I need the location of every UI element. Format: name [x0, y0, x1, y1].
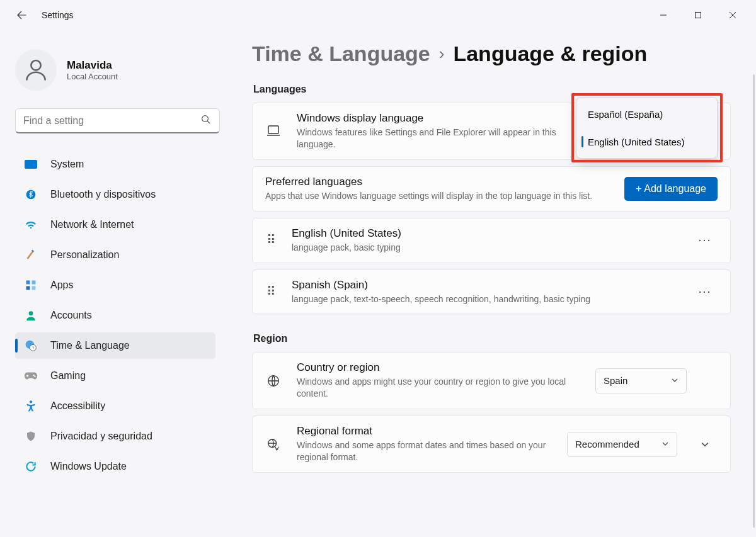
svg-point-17	[30, 400, 32, 403]
nav-privacy[interactable]: Privacidad y seguridad	[15, 423, 215, 449]
svg-point-16	[34, 376, 35, 377]
display-language-card: Windows display language Windows feature…	[252, 103, 731, 160]
globe-clock-icon	[24, 339, 38, 353]
gamepad-icon	[24, 369, 38, 383]
svg-rect-10	[26, 286, 30, 290]
nav-label: Gaming	[50, 370, 86, 382]
regional-format-value: Recommended	[575, 439, 639, 449]
svg-rect-8	[26, 281, 30, 285]
nav-label: Bluetooth y dispositivos	[50, 189, 156, 200]
country-title: Country or region	[297, 361, 580, 374]
more-options-button[interactable]: ···	[692, 280, 718, 305]
add-language-label: Add language	[644, 183, 706, 194]
nav-accounts[interactable]: Accounts	[15, 302, 215, 329]
nav-network[interactable]: Network & Internet	[15, 212, 215, 238]
preferred-languages-sub: Apps that use Windows language settings …	[265, 190, 605, 202]
accounts-icon	[24, 308, 38, 322]
breadcrumb-parent[interactable]: Time & Language	[252, 42, 430, 66]
expand-button[interactable]	[692, 432, 718, 457]
display-language-dropdown[interactable]: Español (España) English (United States)	[576, 97, 718, 159]
nav-label: Windows Update	[50, 461, 127, 472]
language-option-espanol[interactable]: Español (España)	[579, 100, 714, 128]
page-title: Language & region	[453, 42, 647, 66]
svg-point-12	[29, 311, 33, 315]
chevron-right-icon: ›	[439, 44, 445, 64]
preferred-languages-card: Preferred languages Apps that use Window…	[252, 166, 731, 212]
language-detail: language pack, basic typing	[292, 242, 677, 254]
back-button[interactable]	[15, 9, 28, 21]
nav-label: Accessibility	[50, 400, 105, 412]
scrollbar[interactable]	[753, 74, 755, 528]
drag-handle-icon[interactable]: ⠿	[265, 290, 277, 294]
nav-label: Apps	[50, 280, 73, 291]
svg-line-6	[207, 121, 210, 123]
svg-point-4	[31, 60, 40, 70]
language-name: Spanish (Spain)	[292, 279, 677, 291]
close-button[interactable]	[715, 3, 750, 28]
plus-icon: +	[636, 183, 641, 194]
system-icon	[24, 157, 38, 171]
nav-label: Accounts	[50, 310, 92, 321]
add-language-button[interactable]: +Add language	[624, 177, 718, 201]
search-input[interactable]	[23, 115, 200, 127]
user-name: Malavida	[67, 59, 118, 72]
laptop-icon	[265, 125, 282, 137]
search-box[interactable]	[15, 108, 220, 133]
display-language-sub: Windows features like Settings and File …	[297, 127, 568, 150]
app-title: Settings	[42, 10, 74, 20]
section-languages: Languages	[253, 84, 731, 95]
regional-format-card: Regional format Windows and some apps fo…	[252, 415, 731, 473]
nav-system[interactable]: System	[15, 151, 215, 178]
nav-accessibility[interactable]: Accessibility	[15, 393, 215, 419]
nav-label: Personalization	[50, 249, 119, 261]
svg-point-5	[202, 115, 209, 122]
account-block[interactable]: Malavida Local Account	[15, 49, 215, 91]
display-language-title: Windows display language	[297, 112, 568, 125]
more-options-button[interactable]: ···	[692, 228, 718, 253]
svg-rect-1	[695, 13, 701, 18]
svg-point-15	[33, 375, 34, 376]
nav-time-language[interactable]: Time & Language	[15, 332, 215, 359]
svg-rect-18	[268, 126, 278, 133]
language-row-spanish[interactable]: ⠿ Spanish (Spain) language pack, text-to…	[252, 269, 731, 315]
language-option-english[interactable]: English (United States)	[579, 128, 714, 155]
language-row-english[interactable]: ⠿ English (United States) language pack,…	[252, 218, 731, 263]
maximize-button[interactable]	[680, 3, 715, 28]
accessibility-icon	[24, 399, 38, 413]
nav-personalization[interactable]: Personalization	[15, 242, 215, 268]
nav-apps[interactable]: Apps	[15, 272, 215, 298]
avatar	[15, 49, 57, 91]
country-region-card: Country or region Windows and apps might…	[252, 352, 731, 409]
drag-handle-icon[interactable]: ⠿	[265, 238, 277, 242]
minimize-button[interactable]	[646, 3, 680, 28]
brush-icon	[24, 248, 38, 262]
preferred-languages-title: Preferred languages	[265, 176, 609, 188]
search-icon	[200, 114, 212, 128]
nav-gaming[interactable]: Gaming	[15, 363, 215, 389]
country-value: Spain	[604, 375, 627, 386]
nav-label: Privacidad y seguridad	[50, 431, 152, 442]
svg-rect-11	[32, 286, 36, 290]
nav-windows-update[interactable]: Windows Update	[15, 453, 215, 480]
language-detail: language pack, text-to-speech, speech re…	[292, 293, 677, 305]
shield-icon	[24, 429, 38, 443]
nav-label: System	[50, 159, 84, 170]
country-sub: Windows and apps might use your country …	[297, 376, 580, 400]
regional-format-title: Regional format	[297, 425, 552, 438]
chevron-down-icon	[671, 375, 679, 386]
update-icon	[24, 460, 38, 473]
country-select[interactable]: Spain	[595, 368, 687, 393]
regional-format-select[interactable]: Recommended	[567, 432, 677, 457]
regional-format-sub: Windows and some apps format dates and t…	[297, 439, 552, 463]
account-type: Local Account	[67, 72, 118, 81]
language-name: English (United States)	[292, 227, 677, 240]
section-region: Region	[253, 333, 731, 344]
globe-text-icon	[265, 438, 282, 451]
nav-bluetooth[interactable]: Bluetooth y dispositivos	[15, 181, 215, 208]
wifi-icon	[24, 218, 38, 232]
globe-icon	[265, 374, 282, 388]
svg-rect-9	[32, 281, 36, 285]
nav-label: Network & Internet	[50, 219, 134, 230]
bluetooth-icon	[24, 188, 38, 201]
nav-label: Time & Language	[50, 340, 130, 351]
